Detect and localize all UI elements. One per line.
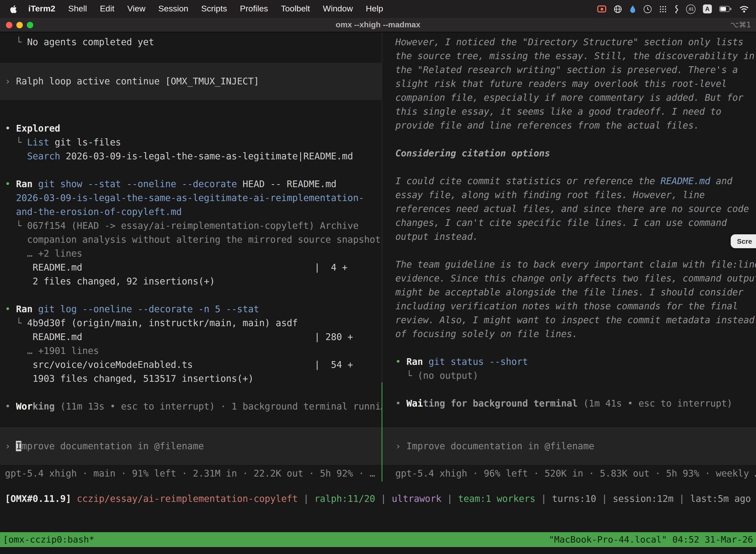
right-model-status: gpt-5.4 xhigh · 96% left · 520K in · 5.8… <box>382 466 756 482</box>
terminal-line: essay file, along with finding root file… <box>382 188 756 202</box>
text-segment: references need actual files, and since … <box>395 204 749 214</box>
traffic-lights <box>0 21 33 28</box>
terminal-line: evidence. Since this change only affects… <box>382 272 756 285</box>
menu-item-scripts[interactable]: Scripts <box>195 4 233 14</box>
close-button[interactable] <box>6 21 12 28</box>
battery-percentage-icon[interactable]: .61 <box>686 4 695 14</box>
terminal-line: the "Related research writing" section i… <box>382 63 756 77</box>
text-segment: However, I noticed the "Directory Struct… <box>395 37 743 47</box>
menu-item-help[interactable]: Help <box>359 4 390 14</box>
text-segment: README.md <box>660 176 710 186</box>
menu-item-iterm2[interactable]: iTerm2 <box>22 4 62 14</box>
text-segment: README.md | 280 + <box>5 332 353 342</box>
terminal-line: references need actual files, and since … <box>382 202 756 216</box>
text-segment <box>33 179 38 189</box>
menu-item-profiles[interactable]: Profiles <box>233 4 274 14</box>
text-segment: List <box>27 137 49 148</box>
keyboard-input-icon[interactable]: A <box>703 4 712 13</box>
terminal-line: • Ran git log --oneline --decorate -n 5 … <box>0 302 381 316</box>
record-dot-icon <box>601 8 603 10</box>
text-segment: output instead. <box>395 231 478 242</box>
text-segment: the source tree, missing the essay. Stil… <box>395 51 755 61</box>
terminal-line: └ List git ls-files <box>0 135 381 150</box>
right-prompt-input[interactable]: › Improve documentation in @filename <box>382 427 756 466</box>
terminal-line: 1903 files changed, 513517 insertions(+) <box>0 372 381 386</box>
text-segment: the "Related research writing" section i… <box>395 64 738 75</box>
text-segment: essay file, along with finding root file… <box>395 189 705 200</box>
text-segment: └ <box>5 137 27 148</box>
pane-divider-active[interactable] <box>381 382 382 482</box>
terminal-line: 2 files changed, 92 insertions(+) <box>0 275 381 288</box>
text-segment: › <box>5 441 16 451</box>
text-segment <box>5 165 10 175</box>
terminal-line: • Ran git show --stat --oneline --decora… <box>0 177 381 191</box>
text-segment: • <box>5 401 16 411</box>
water-drop-icon[interactable] <box>630 5 636 13</box>
text-segment: › <box>395 441 406 451</box>
minimize-button[interactable] <box>16 21 23 28</box>
terminal-line: … +1901 lines <box>0 344 381 358</box>
left-output-lines: • Explored └ List git ls-files Search 20… <box>0 108 381 413</box>
terminal-line: • Waiting for background terminal (1m 41… <box>382 397 756 410</box>
text-segment: git ls-files <box>49 137 121 148</box>
menu-item-window[interactable]: Window <box>316 4 359 14</box>
window-shortcut-badge: ⌥⌘1 <box>730 20 756 29</box>
text-segment: Improve documentation in @filename <box>406 441 594 451</box>
terminal-line: 2026-03-09-is-legal-the-same-as-legitima… <box>0 191 381 205</box>
terminal-line: review. Also, I might want to inspect th… <box>382 313 756 327</box>
clock-icon[interactable] <box>643 5 652 13</box>
apps-grid-icon[interactable] <box>659 5 667 13</box>
text-segment: | <box>674 492 690 506</box>
battery-icon[interactable] <box>719 6 732 12</box>
text-segment: └ <box>5 37 27 47</box>
text-segment: └ <box>395 370 418 381</box>
terminal-line: … +2 lines <box>0 247 381 261</box>
right-pane: However, I noticed the "Directory Struct… <box>382 32 756 482</box>
menu-item-session[interactable]: Session <box>152 4 195 14</box>
terminal-line: this single essay, it seems like a good … <box>382 105 756 119</box>
text-segment: companion file, especially if more comme… <box>395 92 743 103</box>
terminal-line <box>382 341 756 355</box>
terminal-line: I could cite commit statistics or refere… <box>382 174 756 188</box>
screenshot-notification[interactable]: Scre <box>731 234 756 248</box>
text-segment: 067f154 (HEAD -> essay/ai-reimplementati… <box>27 220 359 231</box>
terminal-line: src/voice/voiceModeEnabled.ts | 54 + <box>0 358 381 372</box>
apple-menu-icon[interactable] <box>7 5 22 13</box>
terminal-line <box>382 160 756 174</box>
terminal-line: companion analysis without altering the … <box>0 233 381 247</box>
text-segment: › <box>5 76 16 87</box>
right-output-lines: However, I noticed the "Directory Struct… <box>382 35 756 410</box>
text-segment <box>395 162 401 172</box>
text-segment: | <box>596 492 613 506</box>
squiggle-icon[interactable] <box>674 5 679 13</box>
globe-icon[interactable] <box>614 5 622 13</box>
screen-recording-icon[interactable] <box>597 5 606 12</box>
text-segment: | <box>298 492 315 506</box>
terminal-line <box>0 163 381 177</box>
desktop: iTerm2 Shell Edit View Session Scripts P… <box>0 0 756 554</box>
text-segment: 1903 files changed, 513517 insertions(+) <box>5 373 253 384</box>
menu-bar: iTerm2 Shell Edit View Session Scripts P… <box>0 0 756 18</box>
window-title-bar: omx --xhigh --madmax ⌥⌘1 <box>0 18 756 32</box>
text-segment: changes, I can't cite specific file line… <box>395 217 727 228</box>
menu-item-shell[interactable]: Shell <box>62 4 93 14</box>
left-prompt-input[interactable]: › Improve documentation in @filename <box>0 427 381 466</box>
left-model-status: gpt-5.4 xhigh · main · 91% left · 2.31M … <box>0 466 381 482</box>
text-segment: 2026-03-09-is-legal-the-same-as-legitima… <box>5 192 364 203</box>
menu-bar-status-icons: .61 A <box>597 4 749 14</box>
terminal-line: • Explored <box>0 122 381 135</box>
text-segment: provide file and line references from th… <box>395 120 699 130</box>
text-segment: git status --short <box>429 356 528 367</box>
menu-item-toolbelt[interactable]: Toolbelt <box>274 4 316 14</box>
terminal-line: README.md | 4 + <box>0 261 381 275</box>
text-segment: • <box>5 179 16 189</box>
text-segment: Considering citation options <box>395 148 550 158</box>
zoom-button[interactable] <box>27 21 33 28</box>
left-pane: └ No agents completed yet › Ralph loop a… <box>0 32 381 482</box>
menu-item-view[interactable]: View <box>121 4 152 14</box>
text-segment: turns:10 <box>552 492 596 506</box>
wifi-icon[interactable] <box>739 5 749 13</box>
menu-item-edit[interactable]: Edit <box>93 4 121 14</box>
text-segment: | <box>536 492 552 506</box>
text-segment: evidence. Since this change only affects… <box>395 273 756 283</box>
